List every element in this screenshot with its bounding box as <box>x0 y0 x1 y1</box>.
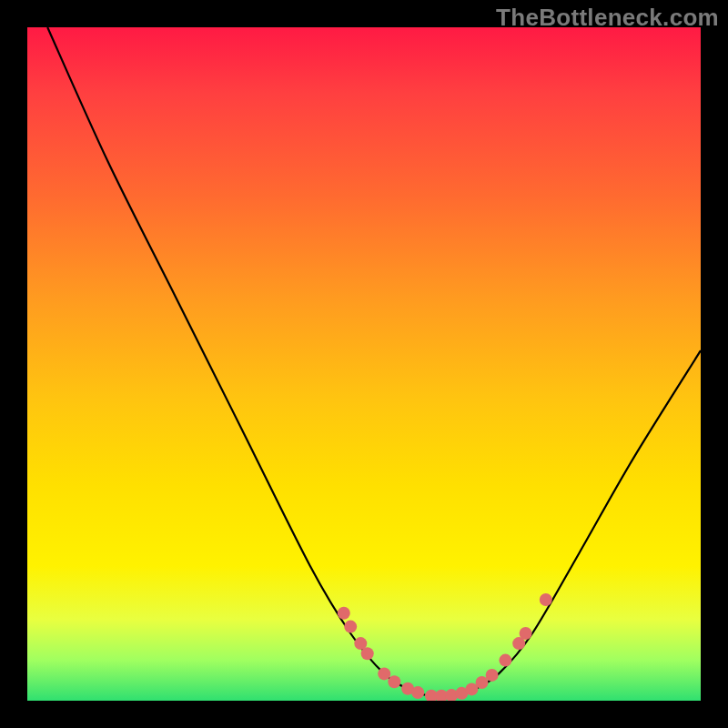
plot-area <box>27 27 701 701</box>
data-dot <box>520 627 532 640</box>
data-dots <box>338 593 552 701</box>
data-dot <box>344 621 357 633</box>
data-dot <box>499 654 511 667</box>
data-dot <box>540 593 552 606</box>
data-dot <box>361 647 374 660</box>
data-dot <box>388 675 400 688</box>
chart-frame: TheBottleneck.com <box>0 0 728 728</box>
data-dot <box>486 669 499 682</box>
bottleneck-curve <box>47 27 701 697</box>
watermark-text: TheBottleneck.com <box>496 4 719 32</box>
data-dot <box>378 667 390 680</box>
data-dot <box>411 686 424 699</box>
chart-svg <box>27 27 701 701</box>
data-dot <box>338 607 350 620</box>
